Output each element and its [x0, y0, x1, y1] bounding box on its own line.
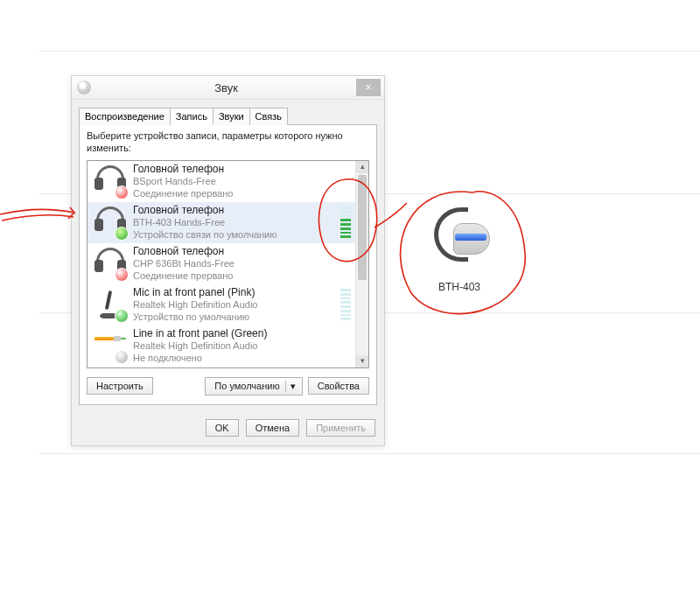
device-subtitle: Realtek High Definition Audio — [133, 340, 356, 353]
properties-button[interactable]: Свойства — [308, 377, 369, 395]
titlebar[interactable]: Звук × — [72, 76, 384, 100]
status-badge-icon — [115, 186, 129, 200]
device-text: Головной телефонCHP 636Bt Hands-FreeСоед… — [133, 245, 356, 283]
status-badge-icon — [115, 227, 129, 241]
set-default-label: По умолчанию — [214, 381, 279, 391]
sound-dialog: Звук × Воспроизведение Запись Звуки Связ… — [71, 75, 385, 446]
device-status: Не подключено — [133, 353, 356, 365]
device-text: Головной телефонBSport Hands-FreeСоедине… — [133, 163, 356, 200]
device-text: Mic in at front panel (Pink)Realtek High… — [133, 286, 340, 324]
device-text: Line in at front panel (Green)Realtek Hi… — [133, 327, 356, 365]
device-item[interactable]: Головной телефонBSport Hands-FreeСоедине… — [88, 161, 356, 202]
device-item[interactable]: Головной телефонCHP 636Bt Hands-FreeСоед… — [88, 243, 356, 284]
tab-playback[interactable]: Воспроизведение — [79, 108, 171, 125]
apply-button[interactable]: Применить — [306, 419, 375, 437]
sound-icon — [77, 80, 91, 94]
device-subtitle: Realtek High Definition Audio — [133, 299, 340, 312]
device-status: Соединение прервано — [133, 188, 356, 200]
device-subtitle: CHP 636Bt Hands-Free — [133, 258, 356, 270]
device-item[interactable]: Line in at front panel (Green)Realtek Hi… — [88, 326, 356, 367]
status-badge-icon — [115, 268, 129, 282]
device-text: Головной телефонBTH-403 Hands-FreeУстрой… — [133, 204, 340, 242]
scroll-up-icon[interactable]: ▴ — [356, 161, 368, 173]
device-name: Mic in at front panel (Pink) — [133, 286, 340, 299]
headset-icon — [93, 205, 128, 240]
dialog-buttons: OK Отмена Применить — [72, 412, 384, 445]
scroll-thumb[interactable] — [358, 175, 367, 280]
device-item[interactable]: Mic in at front panel (Pink)Realtek High… — [88, 284, 356, 326]
bluetooth-headset-icon — [429, 206, 490, 276]
tab-sounds[interactable]: Звуки — [214, 108, 250, 125]
level-meter — [340, 206, 351, 238]
mic-icon — [93, 287, 128, 322]
linein-icon — [93, 328, 128, 363]
tab-panel: Выберите устройство записи, параметры ко… — [79, 124, 377, 405]
status-badge-icon — [115, 350, 129, 364]
cancel-button[interactable]: Отмена — [246, 419, 299, 437]
ok-button[interactable]: OK — [206, 419, 239, 437]
headset-icon — [93, 246, 128, 281]
device-status: Устройство по умолчанию — [133, 312, 340, 324]
device-status: Соединение прервано — [133, 270, 356, 283]
headset-icon — [93, 164, 128, 199]
device-name: Головной телефон — [133, 204, 340, 217]
device-name: Головной телефон — [133, 245, 356, 258]
chevron-down-icon[interactable]: ▾ — [285, 381, 300, 392]
close-icon[interactable]: × — [356, 79, 381, 96]
scrollbar[interactable]: ▴ ▾ — [355, 161, 368, 368]
device-name: Головной телефон — [133, 163, 356, 176]
set-default-button[interactable]: По умолчанию ▾ — [205, 377, 302, 396]
device-item[interactable]: Головной телефонBTH-403 Hands-FreeУстрой… — [88, 202, 356, 243]
instruction-text: Выберите устройство записи, параметры ко… — [87, 130, 369, 155]
level-meter — [340, 289, 351, 320]
status-badge-icon — [115, 309, 129, 323]
dialog-title: Звук — [96, 81, 356, 94]
device-list[interactable]: Головной телефонBSport Hands-FreeСоедине… — [87, 160, 369, 368]
external-device: BTH-403 — [402, 206, 516, 293]
device-name: Line in at front panel (Green) — [133, 327, 356, 340]
configure-button[interactable]: Настроить — [87, 377, 153, 395]
tab-strip: Воспроизведение Запись Звуки Связь — [72, 100, 384, 124]
device-status: Устройство связи по умолчанию — [133, 229, 340, 242]
device-subtitle: BSport Hands-Free — [133, 176, 356, 188]
external-device-label: BTH-403 — [402, 281, 516, 293]
device-subtitle: BTH-403 Hands-Free — [133, 217, 340, 229]
scroll-down-icon[interactable]: ▾ — [356, 355, 368, 368]
tab-communication[interactable]: Связь — [250, 108, 288, 125]
tab-recording[interactable]: Запись — [171, 108, 214, 125]
